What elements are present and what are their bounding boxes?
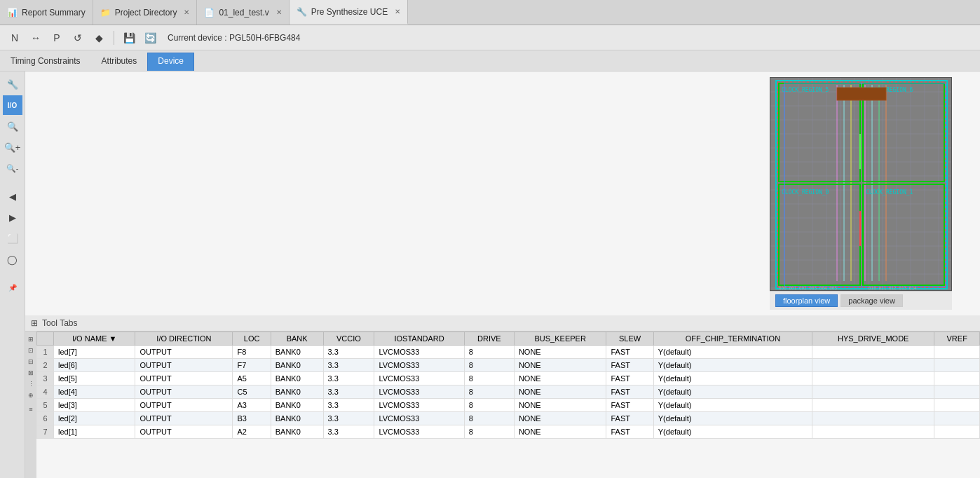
sub-tab-timing-constraints[interactable]: Timing Constraints [0, 53, 91, 71]
row-off-chip-5: Y(default) [653, 412, 812, 425]
tab-report-summary[interactable]: 📊 Report Summary [0, 0, 93, 25]
device-view: CLOCK_REGION_5 CLOCK_REGION_6 CLOCK_REGI… [25, 71, 980, 315]
row-name-1[interactable]: led[6] [54, 359, 135, 372]
toolbar-undo-btn[interactable]: ↺ [69, 29, 87, 47]
row-bus-keeper-5: NONE [514, 412, 606, 425]
row-vccio-5: 3.3 [323, 412, 374, 425]
toolbar-refresh-btn[interactable]: 🔄 [141, 29, 159, 47]
row-num-0: 1 [37, 346, 54, 359]
col-header-vccio[interactable]: VCCIO [323, 332, 374, 346]
col-header-slew[interactable]: SLEW [606, 332, 653, 346]
left-btn-circle[interactable]: ◯ [3, 250, 22, 269]
svg-rect-37 [779, 184, 860, 285]
col-header-bank[interactable]: BANK [271, 332, 323, 346]
side-icon-3[interactable]: ⊟ [26, 357, 36, 367]
floorplan-svg: CLOCK_REGION_5 CLOCK_REGION_6 CLOCK_REGI… [770, 78, 951, 290]
left-btn-zoomout[interactable]: 🔍- [3, 158, 22, 178]
row-name-0[interactable]: led[7] [54, 346, 135, 359]
tab-close-project-directory[interactable]: ✕ [184, 8, 189, 16]
row-drive-1: 8 [464, 359, 514, 372]
tab-pre-synthesize[interactable]: 🔧 Pre Synthesize UCE ✕ [290, 0, 408, 25]
side-icon-4[interactable]: ⊠ [26, 368, 36, 378]
left-btn-next[interactable]: ▶ [3, 207, 22, 227]
led-test-icon: 📄 [204, 8, 215, 18]
row-hys-1 [812, 359, 934, 372]
row-loc-3: C5 [233, 385, 271, 399]
left-btn-zoomin[interactable]: 🔍+ [3, 137, 22, 157]
left-btn-search[interactable]: 🔍 [3, 116, 22, 136]
row-bus-keeper-6: NONE [514, 425, 606, 439]
row-slew-3: FAST [606, 385, 653, 399]
row-bus-keeper-0: NONE [514, 346, 606, 359]
row-num-3: 4 [37, 385, 54, 399]
row-name-6[interactable]: led[1] [54, 425, 135, 439]
row-vref-5 [934, 412, 980, 425]
toolbar-new-btn[interactable]: N [6, 29, 24, 47]
col-header-iostandard[interactable]: IOSTANDARD [374, 332, 464, 346]
row-direction-3: OUTPUT [135, 385, 233, 399]
pre-synthesize-icon: 🔧 [297, 7, 307, 17]
col-header-direction[interactable]: I/O DIRECTION [135, 332, 233, 346]
row-num-6: 7 [37, 425, 54, 439]
svg-rect-43 [837, 88, 886, 100]
svg-text:CLOCK_REGION_0: CLOCK_REGION_0 [782, 189, 829, 196]
sub-tab-attributes[interactable]: Attributes [91, 53, 148, 71]
side-icon-6[interactable]: ⊕ [26, 390, 36, 400]
left-btn-io[interactable]: I/O [3, 95, 22, 115]
left-btn-wrench[interactable]: 🔧 [3, 74, 22, 94]
tab-close-led-test[interactable]: ✕ [276, 8, 282, 16]
tab-project-directory[interactable]: 📁 Project Directory ✕ [93, 0, 198, 25]
row-off-chip-6: Y(default) [653, 425, 812, 439]
row-name-2[interactable]: led[5] [54, 372, 135, 385]
tab-led-test[interactable]: 📄 01_led_test.v ✕ [197, 0, 289, 25]
col-header-vref[interactable]: VREF [934, 332, 980, 346]
view-tab-package[interactable]: package view [841, 294, 903, 307]
toolbar-save-btn[interactable]: 💾 [120, 29, 138, 47]
toolbar-p-btn[interactable]: P [48, 29, 66, 47]
col-header-off-chip[interactable]: OFF_CHIP_TERMINATION [653, 332, 812, 346]
col-header-name[interactable]: I/O NAME ▼ [54, 332, 135, 346]
row-loc-1: F7 [233, 359, 271, 372]
bottom-section: ⊞ ⊡ ⊟ ⊠ ⋮ ⊕ ≡ I/O NAME ▼ I/O DIRECTION L [25, 332, 980, 478]
toolbar-fit-btn[interactable]: ↔ [27, 29, 45, 47]
row-slew-0: FAST [606, 346, 653, 359]
row-bank-2: BANK0 [271, 372, 323, 385]
left-btn-prev[interactable]: ◀ [3, 186, 22, 206]
table-row: 4 led[4] OUTPUT C5 BANK0 3.3 LVCMOS33 8 … [37, 385, 980, 399]
left-btn-pin[interactable]: 📌 [3, 278, 22, 297]
svg-text:010 011 012 013 014: 010 011 012 013 014 [869, 285, 917, 290]
col-header-loc[interactable]: LOC [233, 332, 271, 346]
row-name-3[interactable]: led[4] [54, 385, 135, 399]
row-loc-5: B3 [233, 412, 271, 425]
left-btn-rect[interactable]: ⬜ [3, 228, 22, 248]
row-hys-0 [812, 346, 934, 359]
row-vref-2 [934, 372, 980, 385]
row-hys-6 [812, 425, 934, 439]
toolbar-diamond-btn[interactable]: ◆ [90, 29, 108, 47]
tool-tabs-label: Tool Tabs [42, 318, 77, 328]
sub-tab-device[interactable]: Device [147, 53, 194, 71]
main-layout: 🔧 I/O 🔍 🔍+ 🔍- ◀ ▶ ⬜ ◯ 📌 [0, 71, 980, 478]
col-header-hys[interactable]: HYS_DRIVE_MODE [812, 332, 934, 346]
io-table-container[interactable]: I/O NAME ▼ I/O DIRECTION LOC BANK VCCIO … [36, 332, 980, 478]
row-direction-4: OUTPUT [135, 399, 233, 412]
side-icon-2[interactable]: ⊡ [26, 346, 36, 355]
side-icon-1[interactable]: ⊞ [26, 334, 36, 344]
row-loc-6: A2 [233, 425, 271, 439]
floorplan-canvas[interactable]: CLOCK_REGION_5 CLOCK_REGION_6 CLOCK_REGI… [770, 77, 952, 291]
row-bank-0: BANK0 [271, 346, 323, 359]
row-off-chip-1: Y(default) [653, 359, 812, 372]
side-icon-filter[interactable]: ≡ [26, 404, 36, 414]
col-header-drive[interactable]: DRIVE [464, 332, 514, 346]
tab-close-pre-synthesize[interactable]: ✕ [395, 8, 400, 15]
row-name-5[interactable]: led[2] [54, 412, 135, 425]
row-vccio-4: 3.3 [323, 399, 374, 412]
row-slew-6: FAST [606, 425, 653, 439]
view-tab-floorplan[interactable]: floorplan view [775, 294, 838, 307]
side-icon-5[interactable]: ⋮ [26, 379, 36, 389]
project-dir-icon: 📁 [100, 8, 111, 18]
row-direction-0: OUTPUT [135, 346, 233, 359]
row-name-4[interactable]: led[3] [54, 399, 135, 412]
col-header-bus-keeper[interactable]: BUS_KEEPER [514, 332, 606, 346]
svg-text:000 001 002 003 004 005: 000 001 002 003 004 005 [779, 285, 837, 290]
